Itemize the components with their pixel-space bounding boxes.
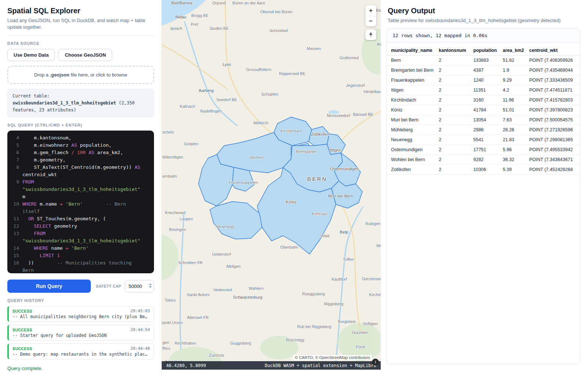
query-history-list: SUCCESS20:45:03-- All municipalities nei… [7,306,154,362]
table-cell: 1240 [470,75,499,85]
map-place-label: Heitenried [214,288,232,292]
step-up-icon[interactable] [149,283,152,285]
zoom-in-button[interactable]: + [365,5,376,16]
map-place-label: Messen [307,46,321,51]
step-down-icon[interactable] [149,286,152,288]
sql-code: 4 m.kantonsnum,5 m.einwohnerz AS populat… [12,134,150,273]
table-cell: 2 [435,135,470,145]
map-canvas[interactable]: Biel/BienneOrpundBüren an der AareOberwi… [162,0,381,370]
table-cell: POINT (7.298081365 [526,135,580,145]
history-query-text: -- Starter query for uploaded GeoJSON [12,333,150,338]
table-cell: 41784 [470,105,499,115]
current-table-label: Current table: [12,93,50,99]
sql-editor[interactable]: 4 m.kantonsnum,5 m.einwohnerz AS populat… [7,131,154,273]
table-cell: 5.96 [499,145,526,155]
table-cell: Ostermundigen [387,145,435,155]
map-place-label: Gerzensee [362,277,381,281]
table-row: Wohlen bei Bern2928236.32POINT (7.343643… [387,155,580,165]
map-place-label: Rüti bei Riggisberg [297,324,331,329]
column-header: population [470,46,499,56]
code-line: 6 m.gem_flaech / 100 AS area_km2, [12,149,150,156]
result-summary: 12 rows shown, 12 mapped in 0.06s [387,29,580,43]
table-cell: 5541 [470,135,499,145]
map-place-label: Laupen [180,217,193,221]
table-row: Ittigen2113514.2POINT (7.474511871 [387,85,580,95]
table-cell: Köniz [387,105,435,115]
run-query-button[interactable]: Run Query [7,280,91,293]
code-line: 7 m.geometry, [12,156,150,164]
table-cell: 17751 [470,145,499,155]
map-place-label: Aarberg [199,88,214,93]
table-cell: POINT (7.397800823 [526,105,580,115]
table-cell: POINT (7.271926596 [526,125,580,135]
map-place-label: Mü [376,243,381,248]
history-timestamp: 20:45:03 [130,309,150,313]
code-line: 11 OR ST_Touches(m.geometry, ( [12,215,150,223]
map-place-label: Kriechenwil [165,210,186,215]
history-item[interactable]: SUCCESS20:44:54-- Starter query for uplo… [7,325,154,341]
stepper-arrows[interactable] [149,283,152,288]
output-table-body: Bern213388351.62POINT (7.406359926Bremga… [387,56,580,175]
output-title: Query Output [388,7,580,15]
current-table-info: Current table: swissboundaries3d_1_3_tlm… [7,89,154,117]
map-place-label: Zollikofen [311,132,329,136]
table-cell: 51.62 [499,56,526,65]
table-cell: 2 [435,75,470,85]
map-place-label: Forst [356,345,365,349]
map-place-label: Bösingen [169,227,186,232]
table-cell: 4387 [470,65,499,75]
history-item[interactable]: SUCCESS20:44:48-- Demo query: map restau… [7,344,154,359]
table-cell: POINT (7.415782803 [526,95,580,105]
table-cell: 11351 [470,85,499,95]
map-place-label: Seftigen [363,321,378,326]
compass-button[interactable] [365,29,376,40]
table-cell: Frauenkappelen [387,75,435,85]
table-cell: POINT (7.406359926 [526,56,580,65]
table-cell: 2 [435,95,470,105]
map-attribution: © CARTO, © OpenStreetMap contributors [293,355,372,360]
table-row: Kirchlindach2316011.96POINT (7.415782803 [387,95,580,105]
use-demo-data-button[interactable]: Use Demo Data [7,49,55,61]
map-place-label: Burgistein [338,319,356,324]
map-labels: Biel/BienneOrpundBüren an der AareOberwi… [162,0,381,370]
geojson-dropzone[interactable]: Drop a .geojson file here, or click to b… [7,66,154,84]
zoom-out-button[interactable]: − [365,16,376,26]
table-row: Neuenegg2554121.83POINT (7.298081365 [387,135,580,145]
table-cell: POINT (7.435469044 [526,65,580,75]
table-cell: Mühleberg [387,125,435,135]
map-place-label: Rapperswil BE [279,71,305,76]
map-place-label: Gurzelen [352,330,369,335]
result-table: municipality_namekantonsnumpopulationare… [387,46,580,175]
table-cell: 5.39 [499,165,526,175]
map-place-label: ernbalm [162,174,177,178]
code-line: 15 LIMIT 1 [12,252,150,259]
map-place-label: ffers [162,346,170,351]
left-sidebar: Spatial SQL Explorer Load any GeoJSON, r… [0,0,162,377]
table-cell: POINT (7.333436509 [526,75,580,85]
column-header: kantonsnum [435,46,470,56]
history-timestamp: 20:44:48 [130,346,150,351]
cursor-coordinates: 46.4280, 5.8099 [166,363,206,368]
data-source-heading: DATA SOURCE [7,41,154,46]
map-place-label: Nidau [175,15,186,19]
table-cell: 2 [435,155,470,165]
map-place-label: Seedorf BE [216,97,237,102]
map-place-label: Ostermundigen [330,167,359,171]
table-cell: 3160 [470,95,499,105]
map-place-label: Schnottwil [269,28,288,33]
attribution-info-button[interactable]: i [372,359,379,366]
choose-geojson-button[interactable]: Choose GeoJSON [58,49,112,61]
map-place-label: Tafers [165,298,176,302]
app-subtitle: Load any GeoJSON, run SQL in DuckDB, and… [7,17,154,36]
table-cell: 2 [435,56,470,65]
history-item[interactable]: SUCCESS20:45:03-- All municipalities nei… [7,306,154,322]
map-place-label: Radelfingen [200,109,222,113]
map-place-label: Meikirch [254,121,269,125]
history-status-badge: SUCCESS [12,328,32,332]
app-title: Spatial SQL Explorer [7,7,154,15]
map-place-label: Riggisberg [324,302,344,306]
table-cell: 51.01 [499,105,526,115]
code-line: 13 FROM "swissboundaries3d_1_3_tlm_hohei… [12,230,150,245]
column-header: municipality_name [387,46,435,56]
map-place-label: BERN [307,176,327,182]
